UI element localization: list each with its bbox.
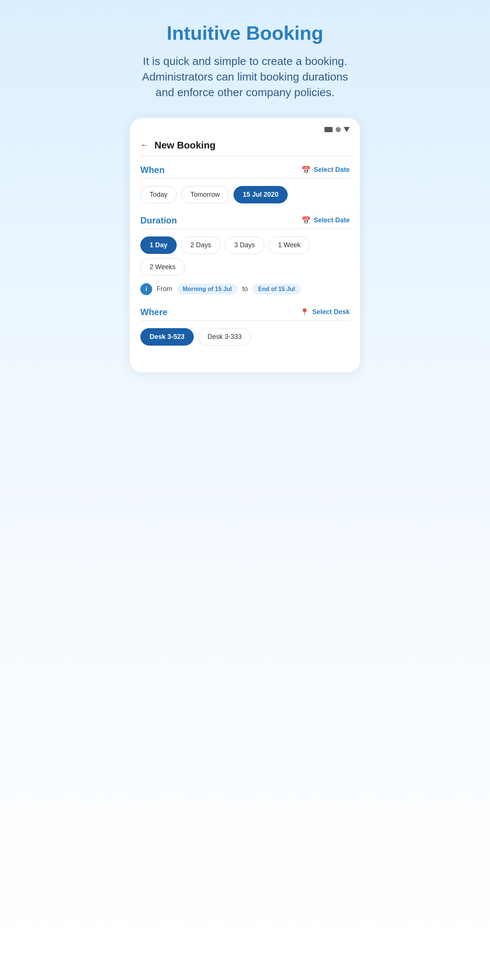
duration-info-row: i From Morning of 15 Jul to End of 15 Ju… bbox=[140, 283, 350, 295]
where-section: Where 📍 Select Desk Desk 3-523 Desk 3-33… bbox=[140, 307, 350, 345]
when-section: When 📅 Select Date Today Tomorrow 15 Jul… bbox=[140, 165, 350, 204]
from-label: From bbox=[157, 285, 172, 293]
to-date-chip: End of 15 Jul bbox=[252, 283, 301, 295]
when-chips-row: Today Tomorrow 15 Jul 2020 bbox=[140, 186, 350, 204]
to-separator: to bbox=[242, 285, 248, 293]
when-select-date-label: Select Date bbox=[314, 166, 350, 174]
back-button[interactable]: ← bbox=[140, 140, 148, 150]
duration-chip-3days[interactable]: 3 Days bbox=[225, 237, 264, 254]
duration-chips-row: 1 Day 2 Days 3 Days 1 Week 2 Weeks bbox=[140, 237, 350, 276]
status-bar bbox=[140, 127, 350, 132]
duration-label: Duration bbox=[140, 215, 177, 226]
where-divider bbox=[140, 320, 350, 321]
status-circle-icon bbox=[336, 127, 341, 132]
when-select-date-button[interactable]: 📅 Select Date bbox=[301, 165, 350, 175]
duration-divider bbox=[140, 229, 350, 229]
where-chips-row: Desk 3-523 Desk 3-333 bbox=[140, 328, 350, 345]
pin-icon: 📍 bbox=[300, 308, 309, 317]
duration-chip-1week[interactable]: 1 Week bbox=[269, 237, 310, 254]
when-chip-today[interactable]: Today bbox=[140, 186, 177, 204]
from-date-chip: Morning of 15 Jul bbox=[177, 283, 237, 295]
hero-subtitle: It is quick and simple to create a booki… bbox=[137, 54, 353, 100]
where-label: Where bbox=[140, 307, 167, 317]
select-desk-button[interactable]: 📍 Select Desk bbox=[300, 308, 350, 317]
duration-section-header: Duration 📅 Select Date bbox=[140, 215, 350, 226]
when-section-header: When 📅 Select Date bbox=[140, 165, 350, 175]
where-chip-desk1[interactable]: Desk 3-523 bbox=[140, 328, 194, 345]
duration-calendar-icon: 📅 bbox=[301, 216, 311, 225]
duration-select-date-button[interactable]: 📅 Select Date bbox=[301, 216, 350, 225]
page-title: New Booking bbox=[154, 140, 216, 151]
duration-chip-1day[interactable]: 1 Day bbox=[140, 237, 177, 254]
status-rect-icon bbox=[325, 127, 332, 132]
status-triangle-icon bbox=[344, 127, 350, 132]
phone-card: ← New Booking When 📅 Select Date Today T… bbox=[130, 118, 360, 372]
header-divider bbox=[140, 156, 350, 156]
when-label: When bbox=[140, 165, 164, 175]
where-chip-desk2[interactable]: Desk 3-333 bbox=[198, 328, 251, 345]
duration-chip-2days[interactable]: 2 Days bbox=[181, 237, 221, 254]
select-desk-label: Select Desk bbox=[312, 308, 350, 316]
nav-header: ← New Booking bbox=[140, 140, 350, 151]
duration-section: Duration 📅 Select Date 1 Day 2 Days 3 Da… bbox=[140, 215, 350, 295]
when-divider bbox=[140, 178, 350, 178]
when-chip-tomorrow[interactable]: Tomorrow bbox=[181, 186, 229, 204]
hero-title: Intuitive Booking bbox=[167, 22, 323, 45]
info-icon: i bbox=[140, 283, 152, 295]
when-calendar-icon: 📅 bbox=[301, 165, 311, 175]
where-section-header: Where 📍 Select Desk bbox=[140, 307, 350, 317]
when-chip-jul15[interactable]: 15 Jul 2020 bbox=[234, 186, 288, 204]
duration-select-date-label: Select Date bbox=[314, 216, 350, 224]
duration-chip-2weeks[interactable]: 2 Weeks bbox=[140, 258, 185, 276]
